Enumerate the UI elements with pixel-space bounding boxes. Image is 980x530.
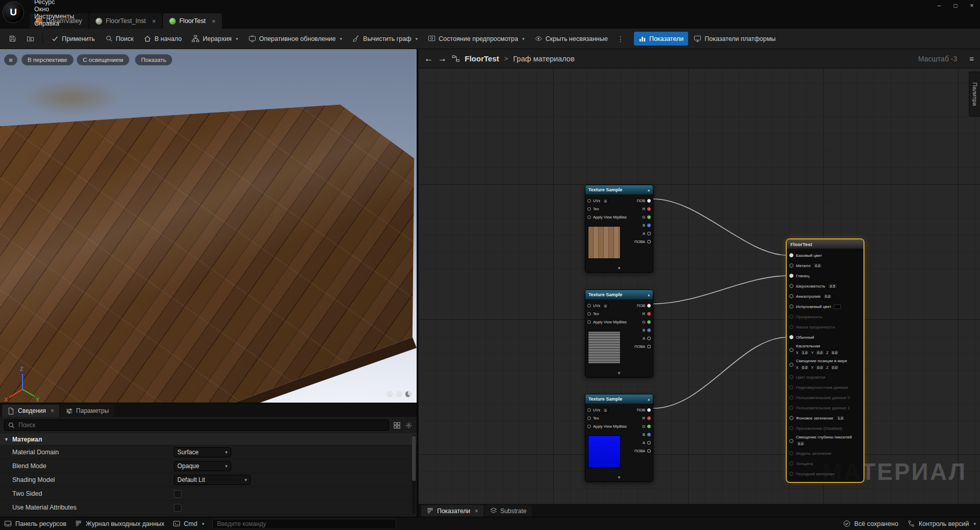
- material-pin[interactable]: Смещение глубины пикселей0.0: [787, 433, 863, 448]
- output-pin[interactable]: ПОВА: [634, 237, 651, 246]
- pin-value-box[interactable]: 1.0: [836, 415, 845, 421]
- graph-menu-icon[interactable]: ≡: [969, 54, 974, 63]
- pin-value-box[interactable]: 0.0: [815, 364, 824, 370]
- close-tab-icon[interactable]: ×: [212, 17, 216, 25]
- pin-value-box[interactable]: 0.0: [800, 364, 809, 370]
- console-input-box[interactable]: [212, 519, 396, 529]
- pin-value-box[interactable]: 0.0: [815, 349, 824, 356]
- output-pin[interactable]: R: [634, 414, 651, 422]
- output-pin[interactable]: B: [634, 221, 651, 229]
- input-pin[interactable]: UVs0: [587, 301, 627, 310]
- section-header-material[interactable]: ▼ Материал: [0, 433, 417, 446]
- cmd-selector[interactable]: Cmd ▾: [173, 520, 204, 527]
- palette-side-tab[interactable]: Палитра: [969, 72, 980, 117]
- viewport-perspective-button[interactable]: В перспективе: [21, 54, 74, 65]
- material-pin[interactable]: Фоновое затенение1.0: [787, 413, 863, 423]
- output-pin[interactable]: ПОВ: [634, 406, 651, 414]
- minimize-button[interactable]: –: [931, 0, 947, 11]
- node-header[interactable]: Texture Sample▴: [585, 394, 653, 404]
- toolbar-hierarchy-button[interactable]: Иерархия▾: [187, 32, 242, 46]
- input-pin[interactable]: Tex: [587, 310, 627, 318]
- material-result-node[interactable]: FloorTestБазовый цветМеталл0.0ГлянецШеро…: [787, 239, 863, 482]
- output-pin[interactable]: R: [634, 205, 651, 213]
- pin-value-box[interactable]: 1.0: [800, 349, 809, 356]
- preview-viewport[interactable]: ≡ Z X Y В перспективеС освещениемПоказат…: [0, 49, 417, 403]
- node-header[interactable]: FloorTest: [787, 239, 863, 249]
- toolbar-platform-stats-button[interactable]: Показатели платформы: [689, 32, 780, 46]
- toolbar-clean-graph-button[interactable]: Вычистить граф▾: [348, 32, 422, 46]
- camera-speed-gauge[interactable]: [405, 391, 412, 398]
- input-pin[interactable]: UVs0: [587, 406, 627, 414]
- material-pin[interactable]: Толщина: [787, 458, 863, 469]
- output-pin[interactable]: G: [634, 213, 651, 221]
- close-tab-icon[interactable]: ×: [152, 17, 156, 25]
- collapse-triangle-icon[interactable]: ▼: [4, 437, 9, 442]
- output-pin[interactable]: ПОВ: [634, 196, 651, 205]
- output-log-button[interactable]: Журнал выходных данных: [75, 520, 165, 527]
- viewport-toggle-button[interactable]: [386, 391, 393, 398]
- console-input[interactable]: [217, 520, 392, 527]
- blend-mode-select[interactable]: Opaque▾: [174, 461, 231, 471]
- toolbar-save-button[interactable]: [4, 32, 21, 46]
- input-pin[interactable]: Tex: [587, 205, 627, 213]
- details-tab-0[interactable]: Сведения×: [2, 405, 59, 417]
- output-pin[interactable]: G: [634, 318, 651, 326]
- pin-value-box[interactable]: 0.0: [813, 262, 822, 269]
- menu-item-3[interactable]: Окно: [29, 6, 80, 13]
- toolbar-search-button[interactable]: Поиск: [101, 32, 139, 46]
- expand-icon[interactable]: ▾: [585, 370, 653, 377]
- material-pin[interactable]: Передний материал: [787, 469, 863, 479]
- pin-value-box[interactable]: 0.0: [823, 293, 832, 299]
- toolbar-browse-button[interactable]: [22, 32, 39, 46]
- content-drawer-button[interactable]: Панель ресурсов: [4, 520, 66, 527]
- pin-value-box[interactable]: 0.0: [796, 440, 805, 447]
- close-button[interactable]: ×: [964, 0, 980, 11]
- output-pin[interactable]: ПОВА: [634, 342, 651, 350]
- menu-item-4[interactable]: Инструменты: [29, 13, 80, 20]
- source-control-button[interactable]: Контроль версий ▾: [907, 520, 976, 527]
- toolbar-live-update-button[interactable]: Оперативное обновление▾: [244, 32, 347, 46]
- expand-icon[interactable]: ▾: [585, 265, 653, 272]
- output-pin[interactable]: B: [634, 430, 651, 438]
- material-pin[interactable]: Анизотропия0.0: [787, 291, 863, 301]
- material-pin[interactable]: Глянец: [787, 271, 863, 281]
- toolbar-preview-state-button[interactable]: Состояние предпросмотра▾: [423, 32, 529, 46]
- material-pin[interactable]: Преломление (Disabled): [787, 423, 863, 433]
- details-tab-1[interactable]: Параметры: [60, 405, 114, 417]
- viewport-toggle-button[interactable]: [396, 391, 402, 398]
- graph-tab-1[interactable]: Substrate: [485, 505, 532, 517]
- close-tab-icon[interactable]: ×: [51, 407, 54, 414]
- material-pin[interactable]: Цвет подсветки: [787, 372, 863, 382]
- texture-sample-node-2[interactable]: Texture Sample▴UVs0TexApply View MipBias…: [585, 290, 653, 378]
- search-input[interactable]: [18, 422, 385, 429]
- pin-value-box[interactable]: 0: [602, 303, 608, 308]
- pin-value-box[interactable]: 0: [602, 198, 608, 204]
- material-pin[interactable]: Обычный: [787, 332, 863, 342]
- asset-tab-2[interactable]: FloorTest ×: [163, 13, 222, 29]
- search-input-box[interactable]: [4, 419, 389, 431]
- menu-item-5[interactable]: Справка: [29, 20, 80, 27]
- output-pin[interactable]: ПОВ: [634, 301, 651, 310]
- two-sided-checkbox[interactable]: [174, 490, 181, 498]
- toolbar-apply-button[interactable]: Применить: [47, 32, 100, 46]
- pin-value-box[interactable]: 0.0: [830, 349, 839, 356]
- input-pin[interactable]: UVs0: [587, 196, 627, 205]
- material-pin[interactable]: Маска прозрачности: [787, 322, 863, 332]
- material-pin[interactable]: Модель затенения: [787, 448, 863, 458]
- toolbar-home-button[interactable]: В начало: [139, 32, 186, 46]
- breadcrumb-root[interactable]: FloorTest: [465, 54, 499, 63]
- material-pin[interactable]: Смещение позиции в миреX0.0Y0.0Z0.0: [787, 357, 863, 372]
- pin-value-box[interactable]: 0.5: [828, 283, 837, 289]
- forward-arrow-icon[interactable]: →: [438, 54, 447, 64]
- texture-sample-node-3[interactable]: Texture Sample▴UVs0TexApply View MipBias…: [585, 394, 653, 482]
- node-header[interactable]: Texture Sample▴: [585, 290, 653, 299]
- unreal-logo[interactable]: U: [3, 2, 24, 23]
- collapse-icon[interactable]: ▴: [648, 188, 650, 192]
- pin-value-box[interactable]: 0: [602, 407, 608, 413]
- shading-model-select[interactable]: Default Lit▾: [174, 475, 250, 485]
- collapse-icon[interactable]: ▴: [648, 293, 650, 297]
- viewport-toggle-button[interactable]: [368, 391, 375, 398]
- output-pin[interactable]: A: [634, 438, 651, 447]
- material-domain-select[interactable]: Surface▾: [174, 447, 231, 457]
- collapse-icon[interactable]: ▴: [648, 397, 650, 402]
